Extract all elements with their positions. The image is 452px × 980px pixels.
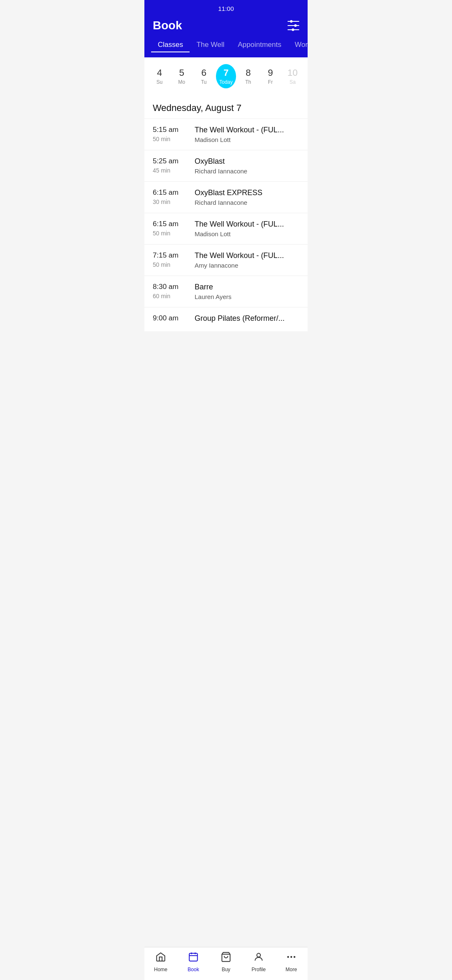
class-item[interactable]: 5:25 am 45 min OxyBlast Richard Iannacon… — [144, 150, 308, 181]
class-info: The Well Workout - (FUL... Madison Lott — [195, 220, 299, 237]
tab-classes[interactable]: Classes — [151, 38, 190, 52]
class-info: The Well Workout - (FUL... Amy Iannacone — [195, 251, 299, 269]
class-time: 8:30 am 60 min — [153, 283, 195, 299]
tab-the-well[interactable]: The Well — [190, 38, 231, 52]
class-info: Barre Lauren Ayers — [195, 283, 299, 300]
class-duration: 50 min — [153, 136, 195, 142]
page-title: Book — [153, 19, 182, 32]
class-item[interactable]: 9:00 am Group Pilates (Reformer/... — [144, 307, 308, 331]
date-10[interactable]: 10 Sa — [282, 64, 303, 88]
date-day: Fr — [268, 79, 272, 85]
section-date: Wednesday, August 7 — [144, 95, 308, 119]
class-duration: 50 min — [153, 230, 195, 237]
class-info: OxyBlast Richard Iannacone — [195, 157, 299, 175]
tab-appointments[interactable]: Appointments — [231, 38, 288, 52]
class-instructor: Richard Iannacone — [195, 168, 299, 175]
class-time: 5:15 am 50 min — [153, 126, 195, 142]
filter-button[interactable] — [288, 21, 299, 30]
class-instructor: Lauren Ayers — [195, 293, 299, 300]
tab-navigation: Classes The Well Appointments Workshops — [144, 38, 308, 57]
class-time: 6:15 am 50 min — [153, 220, 195, 237]
class-time: 5:25 am 45 min — [153, 157, 195, 174]
date-8[interactable]: 8 Th — [238, 64, 258, 88]
date-scroll: 4 Su 5 Mo 6 Tu 7 Today 8 Th 9 Fr 10 Sa — [144, 57, 308, 95]
class-item[interactable]: 6:15 am 30 min OxyBlast EXPRESS Richard … — [144, 181, 308, 213]
class-start-time: 6:15 am — [153, 220, 195, 228]
class-instructor: Madison Lott — [195, 230, 299, 237]
date-6[interactable]: 6 Tu — [194, 64, 214, 88]
class-time: 6:15 am 30 min — [153, 188, 195, 205]
date-num: 6 — [201, 67, 206, 78]
class-instructor: Richard Iannacone — [195, 199, 299, 206]
class-name: The Well Workout - (FUL... — [195, 126, 299, 134]
date-day: Tu — [201, 79, 207, 85]
class-start-time: 5:25 am — [153, 157, 195, 165]
class-start-time: 5:15 am — [153, 126, 195, 134]
class-duration: 30 min — [153, 199, 195, 205]
class-duration: 50 min — [153, 261, 195, 268]
date-day: Mo — [178, 79, 185, 85]
date-day: Sa — [290, 79, 296, 85]
date-7-today[interactable]: 7 Today — [216, 64, 236, 88]
date-num: 4 — [157, 67, 162, 78]
tab-workshops[interactable]: Workshops — [288, 38, 308, 52]
class-time: 7:15 am 50 min — [153, 251, 195, 268]
class-name: Group Pilates (Reformer/... — [195, 314, 299, 323]
class-item[interactable]: 5:15 am 50 min The Well Workout - (FUL..… — [144, 119, 308, 150]
class-name: Barre — [195, 283, 299, 291]
class-start-time: 6:15 am — [153, 188, 195, 197]
class-name: OxyBlast EXPRESS — [195, 188, 299, 197]
date-num: 10 — [288, 67, 298, 78]
class-name: The Well Workout - (FUL... — [195, 251, 299, 260]
date-num: 8 — [246, 67, 251, 78]
class-list: 5:15 am 50 min The Well Workout - (FUL..… — [144, 119, 308, 331]
class-name: The Well Workout - (FUL... — [195, 220, 299, 229]
date-5[interactable]: 5 Mo — [172, 64, 192, 88]
date-num: 7 — [223, 67, 229, 78]
class-duration: 60 min — [153, 293, 195, 299]
class-info: The Well Workout - (FUL... Madison Lott — [195, 126, 299, 143]
date-9[interactable]: 9 Fr — [260, 64, 280, 88]
class-info: Group Pilates (Reformer/... — [195, 314, 299, 325]
class-info: OxyBlast EXPRESS Richard Iannacone — [195, 188, 299, 206]
status-time: 11:00 — [218, 5, 234, 12]
class-item[interactable]: 8:30 am 60 min Barre Lauren Ayers — [144, 276, 308, 307]
date-day: Su — [157, 79, 163, 85]
class-item[interactable]: 7:15 am 50 min The Well Workout - (FUL..… — [144, 244, 308, 276]
status-bar: 11:00 — [144, 0, 308, 15]
class-duration: 45 min — [153, 167, 195, 174]
class-instructor: Amy Iannacone — [195, 262, 299, 269]
date-day: Th — [245, 79, 251, 85]
date-num: 5 — [179, 67, 184, 78]
date-num: 9 — [268, 67, 273, 78]
header: Book — [144, 15, 308, 38]
class-name: OxyBlast — [195, 157, 299, 166]
class-time: 9:00 am — [153, 314, 195, 324]
date-4[interactable]: 4 Su — [149, 64, 170, 88]
class-instructor: Madison Lott — [195, 136, 299, 143]
class-start-time: 8:30 am — [153, 283, 195, 291]
class-start-time: 7:15 am — [153, 251, 195, 260]
date-day: Today — [219, 79, 233, 85]
class-start-time: 9:00 am — [153, 314, 195, 322]
class-item[interactable]: 6:15 am 50 min The Well Workout - (FUL..… — [144, 213, 308, 244]
